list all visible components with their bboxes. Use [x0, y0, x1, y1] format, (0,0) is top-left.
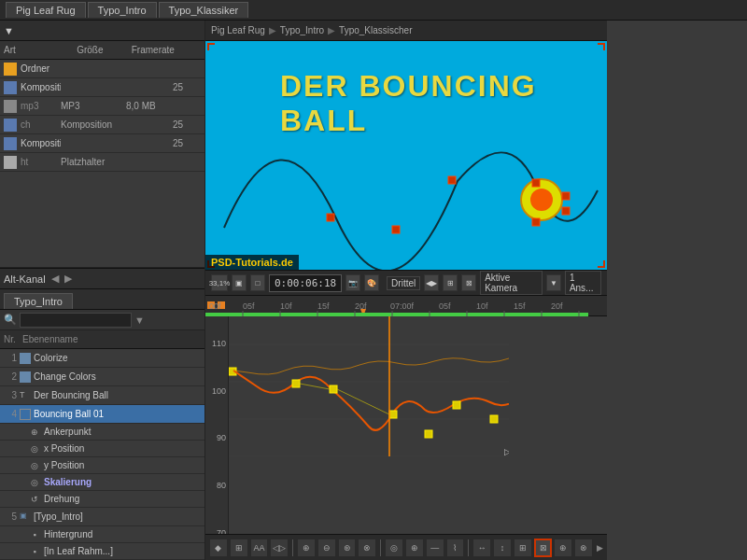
svg-text:10f: 10f — [280, 301, 292, 311]
layer-name-bouncing-ball: Der Bouncing Ball — [34, 390, 203, 400]
layer-typo-intro[interactable]: 5 ▣ [Typo_Intro] — [0, 508, 204, 526]
channels-btn[interactable]: ⊠ — [461, 274, 476, 291]
layer-bouncing-ball-01[interactable]: 4 Bouncing Ball 01 — [0, 405, 204, 424]
prop-name-leaf-rahm: [In Leaf Rahm...] — [44, 546, 113, 556]
row-fr-5: 25 — [173, 138, 201, 148]
tb-zoom-out[interactable]: ⊖ — [317, 539, 336, 557]
project-row-1[interactable]: Ordner — [0, 60, 204, 78]
project-row-6[interactable]: ht Platzhalter — [0, 153, 204, 172]
prop-drehung[interactable]: ↺ Drehung — [0, 491, 204, 508]
graph-label-90: 90 — [217, 433, 226, 442]
tb-extra[interactable]: ⊗ — [574, 539, 593, 557]
tb-wave[interactable]: ⌇ — [446, 539, 465, 557]
quality-btn[interactable]: □ — [250, 274, 265, 291]
svg-line-47 — [300, 384, 330, 389]
prop-name-ankerpunkt: Ankerpunkt — [44, 427, 92, 437]
tb-dash[interactable]: — — [426, 539, 444, 557]
tb-btn-3[interactable]: AA — [250, 539, 269, 557]
project-row-5[interactable]: Komposition 25 — [0, 134, 204, 153]
svg-rect-40 — [389, 411, 397, 418]
layer-col-name-header: Ebenenname — [22, 334, 201, 344]
layer-nr-5: 5 — [2, 511, 17, 522]
project-row-2[interactable]: Komposition 25 — [0, 78, 204, 97]
tb-highlighted[interactable]: ⊠ — [534, 539, 553, 557]
prop-skalierung[interactable]: ◎ Skalierung — [0, 474, 204, 491]
svg-text:20f: 20f — [551, 301, 563, 311]
tb-zoom-in[interactable]: ⊕ — [297, 539, 316, 557]
tab-typo-intro[interactable]: Typo_Intro — [88, 2, 157, 18]
tb-fit2[interactable]: ⊗ — [358, 539, 376, 557]
sep-2 — [380, 539, 381, 556]
row-name-2: Komposition — [21, 82, 61, 92]
layer-search-input[interactable] — [20, 313, 132, 328]
tb-right-info: ▶ — [597, 543, 603, 553]
tab-pig-leaf-rug[interactable]: Pig Leaf Rug — [6, 2, 86, 18]
zoom-btn[interactable]: 33,1% — [211, 274, 228, 291]
layer-name-change-colors: Change Colors — [34, 371, 203, 382]
layer-name-bb01: Bouncing Ball 01 — [34, 409, 203, 419]
tb-h-scale[interactable]: ↔ — [472, 539, 491, 557]
color-btn[interactable]: 🎨 — [364, 274, 379, 291]
tb-v-scale[interactable]: ↕ — [493, 539, 512, 557]
prop-x-position[interactable]: ◎ x Position — [0, 441, 204, 457]
svg-rect-38 — [292, 380, 300, 387]
tb-snap[interactable]: ◎ — [385, 539, 403, 557]
col-header-grosse: Größe — [77, 45, 132, 55]
graph-label-110: 110 — [212, 339, 226, 348]
grid-btn[interactable]: ⊞ — [443, 274, 458, 291]
tb-btn-1[interactable]: ◆ — [209, 539, 228, 557]
ruler-svg: 00f 05f 10f 15f 20f 07:00f 05f 10f 15f 2… — [205, 296, 607, 316]
tb-fit[interactable]: ⊛ — [338, 539, 357, 557]
right-panel: Pig Leaf Rug ▶ Typo_Intro ▶ Typo_Klassis… — [205, 21, 607, 560]
anchor-prop-icon: ⊕ — [28, 426, 41, 439]
row-art-4: Komposition — [61, 119, 126, 130]
preview-svg — [205, 41, 607, 270]
svg-text:15f: 15f — [317, 301, 330, 311]
camera-select[interactable]: Aktive Kamera — [480, 271, 543, 295]
svg-rect-8 — [532, 179, 540, 187]
project-panel: ▼ Art Größe Framerate Ordner Komposition — [0, 21, 204, 268]
camera-options[interactable]: ▼ — [546, 274, 561, 291]
prop-hintergrund[interactable]: ▪ Hintergrund — [0, 526, 204, 543]
svg-text:10f: 10f — [476, 301, 488, 311]
tb-btn-2[interactable]: ⊞ — [230, 539, 248, 557]
preview-controls: 33,1% ▣ □ 0:00:06:18 📷 🎨 Drittel ◀▶ ⊞ ⊠ … — [205, 270, 607, 296]
layer-nr-2: 2 — [2, 371, 17, 382]
prop-ankerpunkt[interactable]: ⊕ Ankerpunkt — [0, 424, 204, 441]
prop-name-skalierung: Skalierung — [44, 477, 92, 487]
view-mode[interactable]: Drittel — [387, 276, 420, 290]
frame-btn[interactable]: ▣ — [232, 274, 247, 291]
tb-link[interactable]: ⊕ — [405, 539, 424, 557]
prop-leaf-rahm[interactable]: ▪ [In Leaf Rahm...] — [0, 543, 204, 560]
row-name-5: Komposition — [21, 138, 61, 148]
project-title: ▼ — [4, 25, 14, 36]
timeline-tab[interactable]: Typo_Intro — [4, 293, 73, 309]
preview-canvas: DER BOUNCING BALL — [205, 41, 607, 270]
hintergrund-icon: ▪ — [28, 528, 41, 541]
breadcrumb-typo-intro: Typo_Intro — [280, 25, 324, 35]
graph-area: 110 100 90 80 70 — [205, 316, 607, 560]
scale-icon: ◎ — [28, 476, 41, 489]
preview-area: DER BOUNCING BALL — [205, 41, 607, 270]
layer-change-colors[interactable]: 2 Change Colors — [0, 368, 204, 386]
svg-text:▷: ▷ — [504, 447, 509, 456]
col-header-art: Art — [4, 45, 77, 55]
layer-bouncing-ball[interactable]: 3 T Der Bouncing Ball — [0, 386, 204, 405]
row-fr-2: 25 — [173, 82, 201, 92]
camera-icon[interactable]: 📷 — [345, 274, 360, 291]
project-row-3[interactable]: mp3 MP3 8,0 MB — [0, 97, 204, 116]
graph-label-100: 100 — [212, 386, 226, 396]
tb-grid[interactable]: ⊞ — [514, 539, 532, 557]
tb-btn-4[interactable]: ◁▷ — [270, 539, 289, 557]
timeline-tabs: Typo_Intro — [0, 289, 204, 310]
layer-colorize[interactable]: 1 Colorize — [0, 349, 204, 368]
view-options-btn[interactable]: ◀▶ — [424, 274, 439, 291]
svg-rect-1 — [448, 176, 456, 184]
tb-last[interactable]: ⊕ — [554, 539, 572, 557]
layer-icon-1 — [20, 353, 31, 364]
placeholder-icon — [4, 156, 17, 169]
tab-typo-klassiker[interactable]: Typo_Klassiker — [159, 2, 249, 18]
project-row-4[interactable]: ch Komposition 25 — [0, 116, 204, 134]
prop-y-position[interactable]: ◎ y Position — [0, 457, 204, 474]
ans-select[interactable]: 1 Ans... — [565, 271, 601, 295]
